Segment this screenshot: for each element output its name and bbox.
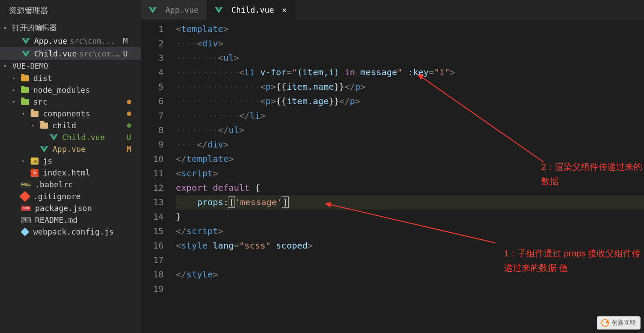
status-dot: [127, 123, 131, 128]
tree-item-label: Child.vue: [62, 133, 105, 142]
code-line[interactable]: ········<ul>: [176, 51, 644, 65]
tree-file[interactable]: npmpackage.json: [0, 202, 141, 214]
tree-item-label: dist: [33, 74, 52, 83]
line-number: 19: [141, 282, 164, 296]
status-dot: [127, 100, 131, 104]
line-number: 3: [141, 51, 164, 65]
file-name: Child.vue: [34, 49, 77, 58]
tree-folder[interactable]: ▸dist: [0, 72, 141, 84]
tab-label: Child.vue: [231, 5, 274, 14]
file-badge: M: [123, 36, 132, 46]
webpack-icon: [21, 228, 29, 236]
tab-label: App.vue: [165, 5, 199, 14]
explorer-title: 资源管理器: [0, 0, 141, 21]
open-editors-header[interactable]: ▾ 打开的编辑器: [0, 21, 141, 35]
line-number: 7: [141, 109, 164, 123]
code-line[interactable]: }: [176, 210, 644, 224]
chevron-icon: ▾: [12, 99, 18, 105]
chevron-down-icon: ▾: [4, 25, 10, 31]
open-editor-item[interactable]: Child.vue src\com... U: [0, 47, 141, 60]
code-line[interactable]: ············<li v-for="(item,i) in messa…: [176, 65, 644, 80]
html-icon: 5: [31, 169, 38, 177]
babel-icon: BABEL: [21, 182, 31, 188]
tree-file[interactable]: M↓README.md: [0, 214, 141, 226]
tree-item-label: src: [33, 97, 48, 106]
chevron-down-icon: ▾: [4, 63, 10, 69]
code-line[interactable]: ····<div>: [176, 36, 644, 51]
vue-icon: [215, 6, 223, 14]
code-line[interactable]: [176, 282, 644, 296]
editor-tab[interactable]: App.vue: [141, 0, 207, 20]
open-editors-list: App.vue src\com... M Child.vue src\com..…: [0, 35, 141, 60]
tree-file[interactable]: App.vueM: [0, 143, 141, 155]
file-badge: U: [126, 133, 131, 142]
line-number: 12: [141, 181, 164, 195]
tree-item-label: index.html: [43, 168, 90, 177]
vue-icon: [50, 133, 58, 141]
chevron-icon: ▸: [12, 75, 18, 81]
vue-icon: [149, 6, 157, 14]
npm-icon: npm: [21, 206, 31, 211]
file-path: src\com...: [70, 37, 123, 46]
tree-file[interactable]: webpack.config.js: [0, 226, 141, 238]
explorer-sidebar: 资源管理器 ▾ 打开的编辑器 App.vue src\com... M Chil…: [0, 0, 141, 333]
close-icon[interactable]: ×: [282, 5, 287, 14]
tree-folder[interactable]: ▸JSjs: [0, 155, 141, 167]
tree-file[interactable]: Child.vueU: [0, 131, 141, 143]
code-line[interactable]: ····props:['message']: [176, 195, 644, 210]
folder-icon: [21, 87, 29, 93]
line-number: 13: [141, 195, 164, 210]
open-editor-item[interactable]: App.vue src\com... M: [0, 35, 141, 47]
tree-item-label: package.json: [35, 203, 92, 213]
file-badge: M: [126, 144, 131, 154]
watermark-icon: [601, 319, 609, 327]
open-editors-label: 打开的编辑器: [12, 23, 57, 33]
watermark-text: 创新互联: [612, 319, 636, 327]
js-icon: JS: [31, 158, 38, 165]
tree-item-label: App.vue: [52, 144, 86, 154]
tree-file[interactable]: BABEL.babelrc: [0, 179, 141, 190]
code-line[interactable]: ················<p>{{item.age}}</p>: [176, 94, 644, 109]
tabs-bar: App.vue Child.vue ×: [141, 0, 644, 20]
line-number: 2: [141, 36, 164, 51]
file-badge: U: [123, 49, 132, 58]
folder-icon: [31, 111, 38, 117]
editor-tab[interactable]: Child.vue ×: [207, 0, 295, 20]
project-header[interactable]: ▾ VUE-DEMO: [0, 60, 141, 72]
line-number: 17: [141, 253, 164, 267]
line-number: 18: [141, 267, 164, 282]
tree-item-label: child: [52, 121, 76, 130]
code-line[interactable]: ········</ul>: [176, 123, 644, 137]
line-number: 6: [141, 94, 164, 109]
tree-folder[interactable]: ▸node_modules: [0, 84, 141, 96]
tree-folder[interactable]: ▾child: [0, 119, 141, 131]
line-number: 5: [141, 80, 164, 94]
tree-file[interactable]: .gitignore: [0, 190, 141, 202]
folder-icon: [21, 75, 29, 81]
line-number: 15: [141, 224, 164, 238]
tree-item-label: js: [43, 156, 52, 165]
chevron-icon: ▾: [32, 123, 38, 128]
tree-item-label: .babelrc: [35, 180, 73, 189]
tree-file[interactable]: 5index.html: [0, 167, 141, 179]
line-number: 11: [141, 166, 164, 181]
code-line[interactable]: ············</li>: [176, 109, 644, 123]
tree-folder[interactable]: ▾components: [0, 108, 141, 119]
code-line[interactable]: </script>: [176, 224, 644, 238]
tree-folder[interactable]: ▾src: [0, 96, 141, 108]
project-name: VUE-DEMO: [12, 62, 48, 70]
tree-item-label: node_modules: [33, 85, 90, 95]
line-number: 4: [141, 65, 164, 80]
chevron-icon: ▾: [22, 111, 28, 116]
md-icon: M↓: [21, 217, 31, 223]
chevron-icon: ▸: [12, 87, 18, 93]
line-number: 8: [141, 123, 164, 137]
code-line[interactable]: ················<p>{{item.name}}</p>: [176, 80, 644, 94]
code-line[interactable]: ····</div>: [176, 137, 644, 152]
line-number: 16: [141, 238, 164, 253]
line-number: 9: [141, 137, 164, 152]
code-line[interactable]: <template>: [176, 22, 644, 36]
code-area[interactable]: 12345678910111213141516171819 <template>…: [141, 20, 644, 333]
tree-item-label: components: [43, 109, 90, 118]
watermark: 创新互联: [597, 316, 640, 329]
